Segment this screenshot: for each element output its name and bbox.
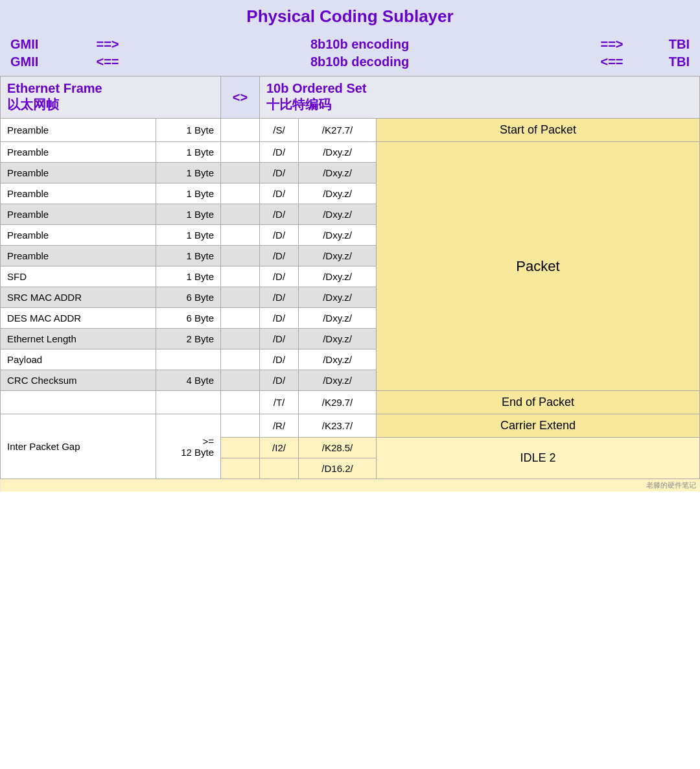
end-of-packet-label: End of Packet xyxy=(377,391,700,414)
gmii-label-2: GMII xyxy=(10,54,82,69)
row-size-2: 1 Byte xyxy=(156,163,221,183)
arrow-cell-12 xyxy=(221,370,260,391)
code2-5: /Dxy.z/ xyxy=(299,225,377,246)
code1-12: /D/ xyxy=(260,370,299,391)
code2-14: /K23.7/ xyxy=(299,414,377,438)
arrow-left-2: <== xyxy=(586,54,638,69)
code2-12: /Dxy.z/ xyxy=(299,370,377,391)
table-row: Inter Packet Gap>=12 Byte/R//K23.7/Carri… xyxy=(1,414,700,438)
arrow-cell-4 xyxy=(221,204,260,225)
code1-11: /D/ xyxy=(260,349,299,370)
code2-15: /K28.5/ xyxy=(299,438,377,458)
code1-1: /D/ xyxy=(260,142,299,163)
main-table: Ethernet Frame 以太网帧 <> 10b Ordered Set 十… xyxy=(0,76,700,491)
arrow-cell-6 xyxy=(221,246,260,266)
code1-0: /S/ xyxy=(260,119,299,142)
page-container: Physical Coding Sublayer GMII ==> 8b10b … xyxy=(0,0,700,491)
arrow-cell-9 xyxy=(221,308,260,329)
row-name-6: Preamble xyxy=(1,246,156,266)
ordered-set-cn-label: 十比特编码 xyxy=(266,97,331,112)
code2-10: /Dxy.z/ xyxy=(299,329,377,349)
row-size-9: 6 Byte xyxy=(156,308,221,329)
code2-7: /Dxy.z/ xyxy=(299,266,377,287)
tbi-label-1: TBI xyxy=(638,37,690,52)
code1-7: /D/ xyxy=(260,266,299,287)
row-name-4: Preamble xyxy=(1,204,156,225)
code2-11: /Dxy.z/ xyxy=(299,349,377,370)
arrow-left-1: <== xyxy=(82,54,134,69)
table-row: Preamble1 Byte/D//Dxy.z/Packet xyxy=(1,142,700,163)
arrow-cell-15 xyxy=(221,438,260,458)
arrow-cell-3 xyxy=(221,183,260,204)
arrow-cell-2 xyxy=(221,163,260,183)
code1-13: /T/ xyxy=(260,391,299,414)
idle2-label: IDLE 2 xyxy=(377,438,700,479)
arrow-cell-8 xyxy=(221,287,260,308)
gmii-label-1: GMII xyxy=(10,37,82,52)
row-name-9: DES MAC ADDR xyxy=(1,308,156,329)
header-10b-ordered-set: 10b Ordered Set 十比特编码 xyxy=(260,77,700,119)
code1-4: /D/ xyxy=(260,204,299,225)
arrow-cell-14 xyxy=(221,414,260,438)
code2-8: /Dxy.z/ xyxy=(299,287,377,308)
row-size-7: 1 Byte xyxy=(156,266,221,287)
row-size-6: 1 Byte xyxy=(156,246,221,266)
arrow-cell-7 xyxy=(221,266,260,287)
code1-9: /D/ xyxy=(260,308,299,329)
code2-6: /Dxy.z/ xyxy=(299,246,377,266)
subtitle-row-1: GMII ==> 8b10b encoding ==> TBI xyxy=(10,36,690,53)
tbi-label-2: TBI xyxy=(638,54,690,69)
arrow-cell-0 xyxy=(221,119,260,142)
decoding-label: 8b10b decoding xyxy=(134,54,586,69)
arrow-cell-16 xyxy=(221,458,260,479)
code2-2: /Dxy.z/ xyxy=(299,163,377,183)
row-size-8: 6 Byte xyxy=(156,287,221,308)
row-name-13 xyxy=(1,391,156,414)
row-size-13 xyxy=(156,391,221,414)
row-size-5: 1 Byte xyxy=(156,225,221,246)
code2-16: /D16.2/ xyxy=(299,458,377,479)
code1-14: /R/ xyxy=(260,414,299,438)
arrow-right-2: ==> xyxy=(586,37,638,52)
code2-4: /Dxy.z/ xyxy=(299,204,377,225)
carrier-extend-label: Carrier Extend xyxy=(377,414,700,438)
arrow-cell-1 xyxy=(221,142,260,163)
table-row: /T//K29.7/End of Packet xyxy=(1,391,700,414)
code1-5: /D/ xyxy=(260,225,299,246)
header-arrow: <> xyxy=(221,77,260,119)
watermark-row: 老滕的硬件笔记 xyxy=(1,479,700,492)
code1-8: /D/ xyxy=(260,287,299,308)
code2-0: /K27.7/ xyxy=(299,119,377,142)
code1-16 xyxy=(260,458,299,479)
table-row: Preamble1 Byte/S//K27.7/Start of Packet xyxy=(1,119,700,142)
subtitle-section: GMII ==> 8b10b encoding ==> TBI GMII <==… xyxy=(0,33,700,76)
encoding-label-1: 8b10b encoding xyxy=(134,37,586,52)
row-name-0: Preamble xyxy=(1,119,156,142)
row-size-10: 2 Byte xyxy=(156,329,221,349)
row-name-7: SFD xyxy=(1,266,156,287)
code2-3: /Dxy.z/ xyxy=(299,183,377,204)
packet-label: Packet xyxy=(377,142,700,391)
code1-15: /I2/ xyxy=(260,438,299,458)
code2-1: /Dxy.z/ xyxy=(299,142,377,163)
watermark: 老滕的硬件笔记 xyxy=(1,479,700,492)
code1-10: /D/ xyxy=(260,329,299,349)
code2-13: /K29.7/ xyxy=(299,391,377,414)
page-title: Physical Coding Sublayer xyxy=(0,0,700,33)
inter-packet-gap-size: >=12 Byte xyxy=(156,414,221,479)
code1-6: /D/ xyxy=(260,246,299,266)
row-size-3: 1 Byte xyxy=(156,183,221,204)
code1-3: /D/ xyxy=(260,183,299,204)
row-name-12: CRC Checksum xyxy=(1,370,156,391)
ordered-set-label: 10b Ordered Set xyxy=(266,81,367,95)
code1-2: /D/ xyxy=(260,163,299,183)
table-header: Ethernet Frame 以太网帧 <> 10b Ordered Set 十… xyxy=(1,77,700,119)
row-size-1: 1 Byte xyxy=(156,142,221,163)
row-name-8: SRC MAC ADDR xyxy=(1,287,156,308)
arrow-right-1: ==> xyxy=(82,37,134,52)
row-size-4: 1 Byte xyxy=(156,204,221,225)
row-name-5: Preamble xyxy=(1,225,156,246)
row-size-12: 4 Byte xyxy=(156,370,221,391)
start-of-packet-label: Start of Packet xyxy=(377,119,700,142)
row-name-1: Preamble xyxy=(1,142,156,163)
